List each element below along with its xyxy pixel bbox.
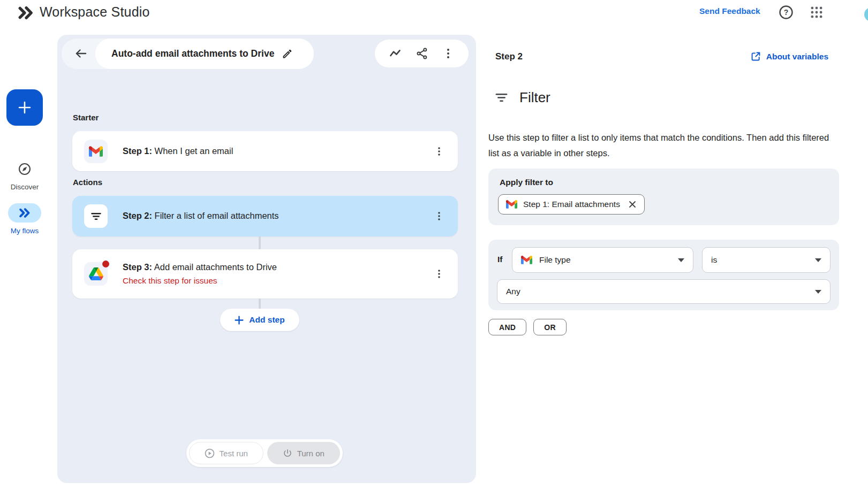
run-controls: Test run Turn on [186, 439, 343, 467]
top-app-bar: Workspace Studio Send Feedback ? [0, 0, 868, 27]
step-warning-text: Check this step for issues [123, 274, 277, 287]
more-options-icon[interactable] [442, 47, 455, 60]
filter-icon [494, 90, 509, 105]
step-card-2[interactable]: Step 2: Filter a list of email attachmen… [72, 196, 458, 236]
panel-heading: Filter [494, 89, 550, 106]
step-connector [259, 298, 261, 309]
edit-pencil-icon[interactable] [282, 48, 293, 59]
flow-title: Auto-add email attachments to Drive [111, 48, 274, 59]
condition-operator-value: is [711, 255, 717, 265]
step-title: Step 1: When I get an email [123, 144, 233, 158]
step-title: Step 2: Filter a list of email attachmen… [123, 209, 279, 223]
apps-grid-icon[interactable] [810, 5, 824, 19]
turn-on-button[interactable]: Turn on [267, 442, 341, 464]
variable-chip-label: Step 1: Email attachments [523, 200, 620, 209]
filter-icon [84, 204, 108, 228]
step-menu-icon[interactable] [434, 269, 444, 279]
condition-field-value: File type [539, 255, 571, 265]
back-arrow-icon[interactable] [73, 46, 88, 61]
svg-text:?: ? [784, 8, 789, 17]
condition-value-dropdown[interactable]: Any [497, 279, 831, 304]
avatar[interactable] [864, 7, 868, 21]
activity-icon[interactable] [389, 47, 402, 60]
step-title: Step 3: Add email attachments to Drive C… [123, 261, 277, 288]
issue-badge [102, 261, 109, 267]
condition-section: If File type is Any [488, 240, 839, 310]
gmail-icon [506, 200, 517, 209]
boolean-operator-row: AND OR [488, 319, 567, 335]
step-connector [259, 236, 261, 249]
drive-icon [84, 262, 108, 286]
plus-icon [235, 316, 244, 325]
step-menu-icon[interactable] [434, 211, 444, 221]
condition-field-dropdown[interactable]: File type [512, 247, 693, 273]
chevron-down-icon [815, 290, 821, 294]
chevron-down-icon [678, 258, 684, 262]
workspace-studio-logo-icon [18, 5, 34, 20]
open-in-new-icon [751, 51, 761, 62]
send-feedback-link[interactable]: Send Feedback [699, 6, 760, 16]
sidebar-item-my-flows[interactable]: My flows [0, 203, 49, 235]
share-icon[interactable] [416, 47, 428, 60]
flow-header: Auto-add email attachments to Drive [62, 39, 314, 69]
section-starter-label: Starter [73, 113, 99, 122]
and-button[interactable]: AND [488, 319, 526, 335]
step-description: Use this step to filter a list to only i… [488, 130, 834, 161]
help-icon[interactable]: ? [778, 4, 794, 20]
step-config-panel: Step 2 About variables Filter Use this s… [478, 35, 868, 483]
step-card-3[interactable]: Step 3: Add email attachments to Drive C… [72, 249, 458, 298]
compass-icon [18, 162, 32, 176]
gmail-icon [521, 256, 532, 264]
condition-operator-dropdown[interactable]: is [702, 247, 831, 273]
gmail-icon [84, 140, 108, 163]
apply-filter-section: Apply filter to Step 1: Email attachment… [488, 169, 839, 225]
sidebar-item-discover[interactable]: Discover [0, 159, 49, 191]
app-title: Workspace Studio [40, 4, 150, 20]
about-variables-link[interactable]: About variables [751, 51, 828, 62]
variable-chip[interactable]: Step 1: Email attachments [498, 194, 645, 215]
flow-canvas: Auto-add email attachments to Drive Star… [57, 35, 476, 483]
panel-step-label: Step 2 [495, 51, 523, 62]
test-run-button[interactable]: Test run [189, 442, 263, 464]
apply-filter-label: Apply filter to [500, 178, 553, 187]
if-label: If [497, 255, 502, 264]
step-card-1[interactable]: Step 1: When I get an email [72, 131, 458, 171]
plus-icon [17, 99, 33, 116]
play-icon [205, 448, 215, 458]
section-actions-label: Actions [73, 178, 102, 187]
power-icon [283, 448, 292, 458]
add-step-button[interactable]: Add step [220, 309, 299, 331]
chevron-down-icon [815, 258, 821, 262]
sidebar-item-label: My flows [11, 227, 39, 235]
sidebar-item-label: Discover [11, 183, 39, 191]
new-flow-button[interactable] [6, 89, 43, 126]
flow-toolbar [375, 40, 469, 67]
close-icon[interactable] [628, 200, 637, 209]
flow-title-pill[interactable]: Auto-add email attachments to Drive [95, 39, 314, 69]
or-button[interactable]: OR [533, 319, 567, 335]
condition-value: Any [506, 287, 520, 296]
step-menu-icon[interactable] [434, 147, 444, 156]
flows-icon [19, 208, 31, 218]
